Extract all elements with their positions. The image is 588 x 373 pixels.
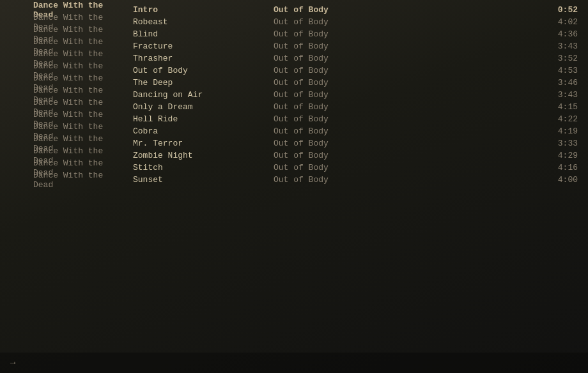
track-duration: 4:22 (435, 114, 588, 124)
track-title: Fracture (128, 42, 268, 51)
arrow-icon: → (10, 358, 15, 368)
track-duration: 3:43 (435, 42, 588, 51)
track-album: Out of Body (268, 163, 435, 172)
track-title: Blind (128, 29, 268, 39)
track-duration: 4:02 (435, 17, 588, 27)
track-album: Out of Body (268, 78, 435, 88)
track-album: Out of Body (268, 42, 435, 51)
track-duration: 4:15 (435, 102, 588, 112)
bottom-bar: → (0, 353, 588, 373)
header-album: Out of Body (268, 5, 435, 15)
track-title: The Deep (128, 78, 268, 88)
track-title: Stitch (128, 163, 268, 172)
track-album: Out of Body (268, 54, 435, 63)
track-duration: 3:46 (435, 78, 588, 88)
track-title: Only a Dream (128, 102, 268, 112)
track-album: Out of Body (268, 90, 435, 100)
track-album: Out of Body (268, 126, 435, 136)
header-title: Intro (128, 5, 268, 15)
track-list: Dance With the Dead Intro Out of Body 0:… (0, 0, 588, 190)
track-album: Out of Body (268, 151, 435, 160)
track-title: Thrasher (128, 54, 268, 63)
track-duration: 4:16 (435, 163, 588, 172)
track-duration: 3:33 (435, 139, 588, 148)
track-album: Out of Body (268, 102, 435, 112)
track-title: Out of Body (128, 66, 268, 75)
track-title: Hell Ride (128, 114, 268, 124)
track-duration: 3:43 (435, 90, 588, 100)
track-title: Robeast (128, 17, 268, 27)
track-duration: 4:53 (435, 66, 588, 75)
track-artist: Dance With the Dead (0, 171, 128, 190)
track-title: Cobra (128, 126, 268, 136)
track-duration: 3:52 (435, 54, 588, 63)
track-album: Out of Body (268, 66, 435, 75)
track-album: Out of Body (268, 29, 435, 39)
track-duration: 4:29 (435, 151, 588, 160)
table-row[interactable]: Dance With the DeadSunsetOut of Body4:00 (0, 174, 588, 186)
track-duration: 4:00 (435, 175, 588, 185)
header-duration: 0:52 (435, 5, 588, 15)
track-album: Out of Body (268, 139, 435, 148)
track-duration: 4:36 (435, 29, 588, 39)
track-album: Out of Body (268, 17, 435, 27)
track-title: Sunset (128, 175, 268, 185)
track-title: Zombie Night (128, 151, 268, 160)
track-title: Dancing on Air (128, 90, 268, 100)
track-duration: 4:19 (435, 126, 588, 136)
track-title: Mr. Terror (128, 139, 268, 148)
track-album: Out of Body (268, 175, 435, 185)
track-album: Out of Body (268, 114, 435, 124)
